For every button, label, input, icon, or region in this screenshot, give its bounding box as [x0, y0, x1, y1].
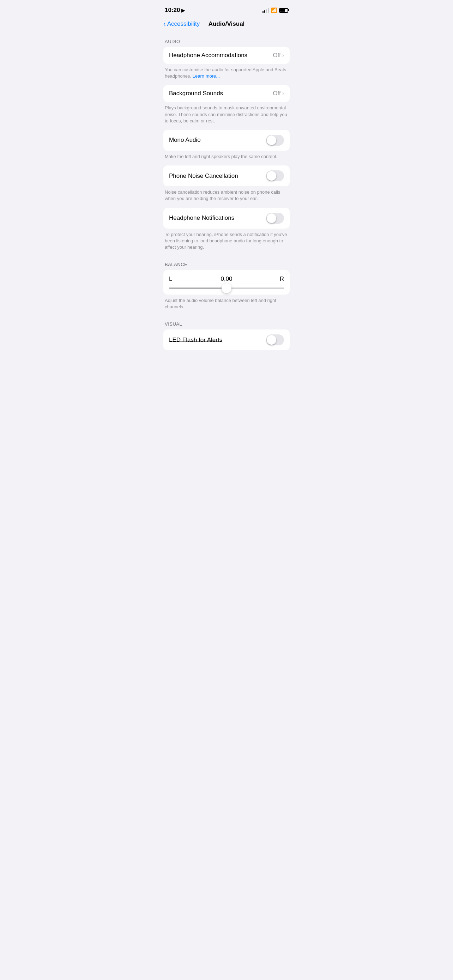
led-flash-label: LED Flash for Alerts [169, 337, 222, 344]
balance-slider-thumb[interactable] [222, 283, 231, 293]
signal-bar-1 [262, 11, 264, 13]
balance-right-label: R [273, 275, 284, 283]
main-content: AUDIO Headphone Accommodations Off › You… [158, 33, 295, 350]
signal-bar-4 [268, 8, 269, 13]
headphone-notifications-label: Headphone Notifications [169, 215, 234, 221]
time-display: 10:20 [165, 7, 180, 14]
balance-section-label: BALANCE [163, 256, 290, 270]
headphone-notifications-description: To protect your hearing, iPhone sends a … [163, 229, 290, 256]
chevron-right-icon: › [282, 52, 284, 59]
signal-bars-icon [262, 8, 269, 13]
headphone-notifications-toggle-thumb [267, 213, 276, 223]
balance-left-label: L [169, 275, 180, 283]
balance-desc-text: Adjust the audio volume balance between … [165, 298, 276, 309]
background-sounds-status: Off [273, 90, 280, 97]
battery-icon [279, 8, 288, 13]
status-icons: 📶 [262, 7, 288, 13]
visual-section-label: VISUAL [163, 316, 290, 329]
back-chevron-icon: ‹ [163, 20, 166, 28]
headphone-accommodations-description: You can customise the audio for supporte… [163, 64, 290, 85]
status-time: 10:20 ▶ [165, 7, 185, 14]
wifi-icon: 📶 [271, 7, 277, 13]
background-sounds-value: Off › [273, 90, 284, 97]
signal-bar-3 [266, 9, 267, 13]
phone-noise-cancellation-row[interactable]: Phone Noise Cancellation [163, 165, 290, 186]
mono-audio-toggle-thumb [267, 135, 276, 145]
balance-slider-track[interactable] [169, 288, 284, 289]
headphone-notifications-desc-text: To protect your hearing, iPhone sends a … [165, 232, 287, 250]
headphone-accommodations-row[interactable]: Headphone Accommodations Off › [163, 47, 290, 64]
headphone-accommodations-desc-text: You can customise the audio for supporte… [165, 67, 286, 79]
phone-noise-cancellation-description: Noise cancellation reduces ambient noise… [163, 186, 290, 207]
location-arrow-icon: ▶ [181, 8, 185, 13]
phone-noise-cancellation-toggle-thumb [267, 171, 276, 181]
balance-card: L 0,00 R [163, 270, 290, 294]
phone-noise-cancellation-toggle[interactable] [266, 170, 284, 181]
background-sounds-desc-text: Plays background sounds to mask unwanted… [165, 105, 287, 123]
phone-noise-cancellation-label: Phone Noise Cancellation [169, 172, 238, 180]
led-flash-toggle[interactable] [266, 334, 284, 345]
led-flash-toggle-thumb [267, 335, 276, 345]
back-label: Accessibility [167, 21, 200, 27]
mono-audio-toggle[interactable] [266, 135, 284, 146]
headphone-accommodations-value: Off › [273, 52, 284, 59]
learn-more-link[interactable]: Learn more... [192, 73, 220, 79]
mono-audio-description: Make the left and right speakers play th… [163, 151, 290, 165]
slider-fill-right [227, 288, 284, 289]
background-sounds-label: Background Sounds [169, 90, 223, 97]
status-bar: 10:20 ▶ 📶 [158, 0, 295, 18]
headphone-notifications-toggle[interactable] [266, 213, 284, 224]
phone-noise-cancellation-desc-text: Noise cancellation reduces ambient noise… [165, 189, 280, 201]
signal-bar-2 [264, 10, 265, 13]
balance-value-display: 0,00 [180, 275, 273, 283]
headphone-accommodations-label: Headphone Accommodations [169, 52, 247, 59]
headphone-notifications-row[interactable]: Headphone Notifications [163, 208, 290, 229]
headphone-accommodations-status: Off [273, 52, 280, 59]
background-sounds-description: Plays background sounds to mask unwanted… [163, 102, 290, 130]
balance-labels-row: L 0,00 R [169, 275, 284, 283]
page-title: Audio/Visual [208, 21, 245, 27]
audio-section-label: AUDIO [163, 33, 290, 47]
mono-audio-row[interactable]: Mono Audio [163, 130, 290, 151]
led-flash-row[interactable]: LED Flash for Alerts [163, 329, 290, 350]
led-strikethrough [169, 341, 222, 342]
nav-header: ‹ Accessibility Audio/Visual [158, 18, 295, 33]
chevron-right-icon-2: › [282, 90, 284, 97]
mono-audio-label: Mono Audio [169, 137, 201, 143]
back-button[interactable]: ‹ Accessibility [163, 20, 200, 28]
battery-fill [280, 9, 285, 12]
mono-audio-desc-text: Make the left and right speakers play th… [165, 154, 277, 159]
led-flash-label-text: LED Flash for Alerts [169, 337, 222, 343]
background-sounds-row[interactable]: Background Sounds Off › [163, 85, 290, 102]
slider-fill-left [169, 288, 227, 289]
balance-description: Adjust the audio volume balance between … [163, 294, 290, 316]
